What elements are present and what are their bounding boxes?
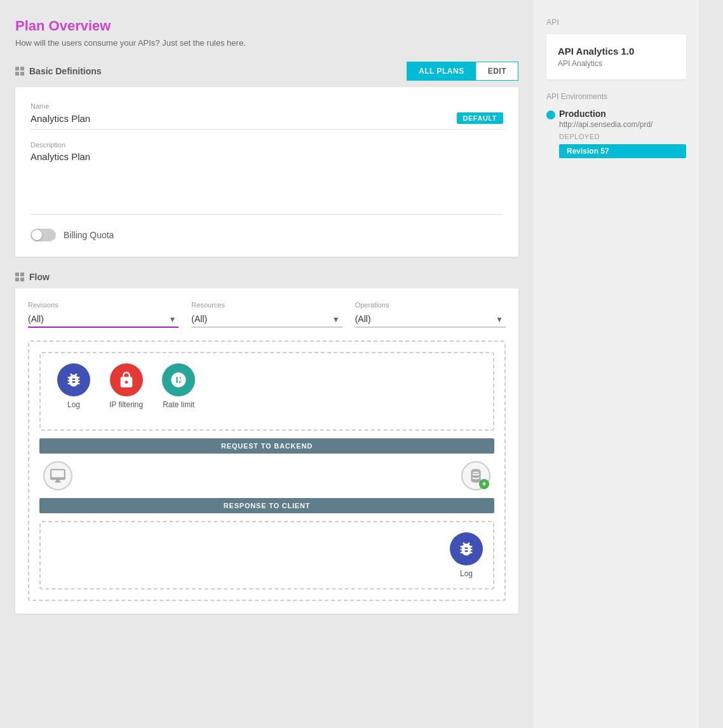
revisions-select[interactable]: (All) [28,311,179,328]
flow-diagram: Log IP filtering [28,340,506,601]
resources-select-wrapper: (All) ▼ [191,311,342,328]
env-item-production: Production http://api.sensedia.com/prd/ … [546,109,686,158]
page-subtitle: How will the users consume your APIs? Ju… [15,38,518,48]
edit-button[interactable]: EDIT [476,62,518,81]
plan-buttons: ALL PLANS EDIT [407,62,518,81]
grid-icon [15,67,24,76]
api-section-label: API [546,18,686,27]
flow-middle-row: + [39,461,494,490]
log-label: Log [67,400,80,409]
response-log-icon [450,532,483,565]
ip-filtering-icon [110,363,143,396]
flow-item-rate-limit[interactable]: Rate limit [162,363,195,409]
flow-card: Revisions (All) ▼ Resources (All) ▼ Oper… [15,288,518,614]
billing-quota-row: Billing Quota [30,229,503,241]
flow-item-response-log[interactable]: Log [450,532,483,578]
rate-limit-icon [162,363,195,396]
flow-header: Flow [15,272,518,282]
api-card-title: API Analytics 1.0 [558,46,675,57]
client-monitor-icon [43,461,72,490]
response-to-client-bar: RESPONSE TO CLIENT [39,498,494,513]
env-url: http://api.sensedia.com/prd/ [559,120,686,129]
flow-response-dashed: Log [39,521,494,590]
resources-select[interactable]: (All) [191,311,342,328]
operations-select-group: Operations (All) ▼ [355,301,506,328]
api-card: API Analytics 1.0 API Analytics [546,34,686,79]
basic-definitions-card: Name Analytics Plan DEFAULT Description … [15,87,518,257]
flow-title: Flow [15,272,50,282]
flow-item-ip-filtering[interactable]: IP filtering [109,363,143,409]
response-log-label: Log [460,569,473,578]
api-card-subtitle: API Analytics [558,59,675,68]
resources-label: Resources [191,301,342,309]
env-section-label: API Environments [546,92,686,101]
billing-quota-toggle[interactable] [30,229,56,241]
flow-item-log[interactable]: Log [57,363,90,409]
flow-request-items: Log IP filtering [51,363,483,409]
page-title: Plan Overview [15,18,518,34]
name-label: Name [30,102,503,110]
flow-selects-row: Revisions (All) ▼ Resources (All) ▼ Oper… [28,301,506,328]
resources-select-group: Resources (All) ▼ [191,301,342,328]
operations-label: Operations [355,301,506,309]
all-plans-button[interactable]: ALL PLANS [407,62,476,81]
description-textarea[interactable] [30,151,503,215]
flow-request-dashed: Log IP filtering [39,352,494,431]
flow-section: Flow Revisions (All) ▼ Resources (All) ▼ [15,272,518,614]
request-to-backend-bar: REQUEST TO BACKEND [39,438,494,454]
ip-filtering-label: IP filtering [109,400,143,409]
env-status-dot [546,111,555,119]
revisions-select-group: Revisions (All) ▼ [28,301,179,328]
right-sidebar: API API Analytics 1.0 API Analytics API … [534,0,699,728]
description-label: Description [30,141,503,149]
name-value: Analytics Plan [30,113,90,124]
operations-select-wrapper: (All) ▼ [355,311,506,328]
basic-definitions-title: Basic Definitions [15,66,102,76]
revisions-label: Revisions [28,301,179,309]
operations-select[interactable]: (All) [355,311,506,328]
flow-grid-icon [15,273,24,281]
log-icon [57,363,90,396]
revisions-select-wrapper: (All) ▼ [28,311,179,328]
name-value-row: Analytics Plan DEFAULT [30,112,503,130]
env-name: Production [559,109,686,119]
svg-point-1 [177,379,180,381]
db-plus-badge[interactable]: + [479,479,489,489]
backend-db-icon: + [461,461,490,490]
rate-limit-label: Rate limit [163,400,194,409]
revision-badge[interactable]: Revision 57 [559,144,686,158]
basic-definitions-header: Basic Definitions ALL PLANS EDIT [15,62,518,81]
billing-quota-label: Billing Quota [64,230,114,240]
default-badge: DEFAULT [457,112,503,124]
env-status: DEPLOYED [559,133,686,140]
